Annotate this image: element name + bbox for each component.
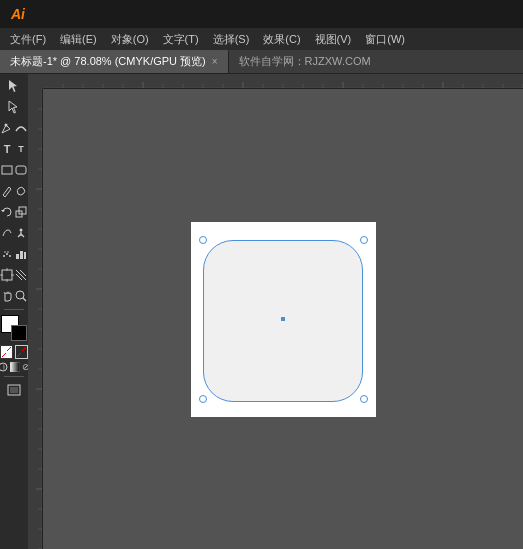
svg-point-13 — [6, 253, 8, 255]
svg-rect-3 — [2, 166, 12, 174]
menu-window[interactable]: 窗口(W) — [359, 30, 411, 49]
color-mode-row: ⊘ — [0, 361, 28, 373]
artboard-tool[interactable] — [0, 265, 14, 285]
direct-selection-tool[interactable] — [2, 97, 26, 117]
tab-active[interactable]: 未标题-1* @ 78.08% (CMYK/GPU 预览) × — [0, 50, 229, 73]
menu-view[interactable]: 视图(V) — [309, 30, 358, 49]
stroke-indicator[interactable] — [15, 345, 28, 359]
svg-rect-32 — [10, 362, 20, 372]
ruler-vertical — [28, 89, 43, 549]
hand-tool[interactable] — [0, 286, 14, 306]
vertical-type-tool[interactable]: T — [14, 139, 28, 159]
svg-point-12 — [3, 255, 5, 257]
selection-tool[interactable] — [2, 76, 26, 96]
symbol-spray-tool[interactable] — [0, 244, 14, 264]
svg-line-30 — [23, 298, 26, 301]
svg-point-15 — [7, 251, 9, 253]
center-point — [281, 317, 285, 321]
color-icon[interactable] — [0, 361, 8, 373]
ruler-horizontal — [43, 74, 523, 89]
stroke-fill-row — [0, 345, 28, 359]
svg-rect-17 — [16, 254, 19, 259]
slice-tool[interactable] — [14, 265, 28, 285]
handle-bottom-left[interactable] — [199, 395, 207, 403]
svg-point-29 — [16, 291, 24, 299]
pencil-tool[interactable] — [0, 181, 14, 201]
menu-file[interactable]: 文件(F) — [4, 30, 52, 49]
fill-indicator[interactable] — [0, 345, 13, 359]
color-boxes[interactable] — [1, 315, 27, 341]
toolbar-divider-1 — [4, 309, 24, 310]
svg-rect-34 — [10, 387, 18, 393]
app-logo: Ai — [8, 5, 28, 23]
screen-mode-button[interactable] — [2, 380, 26, 400]
rectangle-tool[interactable] — [0, 160, 14, 180]
menu-text[interactable]: 文字(T) — [157, 30, 205, 49]
gradient-icon[interactable] — [10, 361, 20, 373]
svg-point-16 — [4, 251, 6, 253]
column-graph-tool[interactable] — [14, 244, 28, 264]
main-area: T T — [0, 74, 523, 549]
svg-rect-18 — [20, 251, 23, 259]
svg-rect-20 — [2, 270, 12, 280]
scale-tool[interactable] — [14, 202, 28, 222]
svg-point-8 — [20, 229, 23, 232]
type-tool[interactable]: T — [0, 139, 14, 159]
svg-marker-0 — [9, 80, 17, 92]
left-toolbar: T T — [0, 74, 28, 549]
menu-object[interactable]: 对象(O) — [105, 30, 155, 49]
warp-tool[interactable] — [0, 223, 14, 243]
svg-marker-1 — [9, 101, 17, 113]
menu-bar: 文件(F) 编辑(E) 对象(O) 文字(T) 选择(S) 效果(C) 视图(V… — [0, 28, 523, 50]
tab-bar: 未标题-1* @ 78.08% (CMYK/GPU 预览) × 软件自学网：RJ… — [0, 50, 523, 74]
blob-brush-tool[interactable] — [14, 181, 28, 201]
menu-edit[interactable]: 编辑(E) — [54, 30, 103, 49]
menu-select[interactable]: 选择(S) — [207, 30, 256, 49]
tab-extra: 软件自学网：RJZXW.COM — [229, 50, 381, 73]
svg-point-2 — [5, 124, 8, 127]
canvas-content — [43, 89, 523, 549]
svg-marker-5 — [1, 210, 5, 212]
toolbar-divider-2 — [4, 376, 24, 377]
svg-rect-19 — [24, 252, 26, 259]
background-color[interactable] — [11, 325, 27, 341]
zoom-tool[interactable] — [14, 286, 28, 306]
tab-label: 未标题-1* @ 78.08% (CMYK/GPU 预览) — [10, 54, 206, 69]
handle-top-right[interactable] — [360, 236, 368, 244]
title-bar: Ai — [0, 0, 523, 28]
pen-tool[interactable] — [0, 118, 14, 138]
canvas-area — [28, 74, 523, 549]
svg-point-14 — [9, 255, 11, 257]
handle-top-left[interactable] — [199, 236, 207, 244]
shape-container[interactable] — [201, 232, 366, 407]
curvature-tool[interactable] — [14, 118, 28, 138]
rotate-tool[interactable] — [0, 202, 14, 222]
rounded-rect-tool[interactable] — [14, 160, 28, 180]
handle-bottom-right[interactable] — [360, 395, 368, 403]
artboard — [191, 222, 376, 417]
tab-close-button[interactable]: × — [212, 56, 218, 67]
puppet-warp-tool[interactable] — [14, 223, 28, 243]
svg-rect-4 — [16, 166, 26, 174]
menu-effect[interactable]: 效果(C) — [257, 30, 306, 49]
ruler-corner — [28, 74, 43, 89]
svg-line-28 — [4, 292, 5, 294]
